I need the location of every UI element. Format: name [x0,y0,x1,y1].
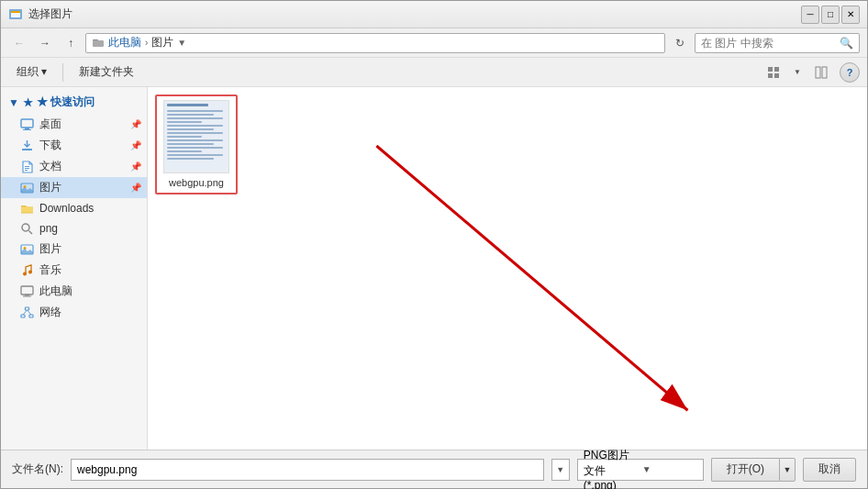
view-icon-button[interactable] [762,61,785,83]
main-area: ▼ ★ ★ 快速访问 桌面 📌 [1,87,867,450]
svg-rect-16 [25,168,29,169]
filename-dropdown-button[interactable]: ▼ [551,459,570,481]
filename-dropdown-arrow: ▼ [556,465,564,474]
sidebar-item-documents-label: 文档 [39,159,61,174]
breadcrumb-down[interactable]: ▼ [177,38,186,48]
breadcrumb-bar[interactable]: 此电脑 › 图片 ▼ [85,33,665,53]
network-icon [19,306,34,320]
sidebar-item-pictures[interactable]: 图片 📌 [1,177,147,198]
title-bar: 选择图片 ─ □ ✕ [1,1,867,28]
svg-rect-30 [21,315,25,317]
sidebar-item-music-label: 音乐 [39,262,61,278]
filename-input[interactable] [72,460,543,480]
svg-rect-9 [816,67,820,78]
svg-line-33 [27,310,31,315]
close-button[interactable]: ✕ [841,6,860,24]
window-icon [8,7,23,22]
view-dropdown-button[interactable]: ▼ [792,61,803,83]
bottom-bar: 文件名(N): ▼ PNG图片文件(*.png) ▼ 打开(O) ▼ 取消 [1,450,867,488]
filetype-dropdown-arrow: ▼ [642,464,697,474]
file-item-webgpu[interactable]: webgpu.png [155,94,238,194]
sidebar-item-network-label: 网络 [39,305,61,320]
pin-icon2: 📌 [130,140,141,150]
svg-line-21 [29,231,33,235]
thumb-line-12 [167,150,202,152]
view-grid-icon [767,66,780,79]
thumb-line-1 [167,110,223,112]
sidebar-item-pictures2-label: 图片 [39,241,61,257]
open-button[interactable]: 打开(O) [711,458,779,482]
thumb-line-6 [167,128,214,130]
quick-access-label: ★ 快速访问 [37,94,95,110]
open-button-wrap: 打开(O) ▼ [711,458,796,482]
sidebar-item-this-pc[interactable]: 此电脑 [1,281,147,302]
svg-rect-27 [25,295,29,296]
thumb-line-13 [167,154,223,156]
organize-button[interactable]: 组织 ▾ [8,61,55,83]
thumb-line-5 [167,125,223,127]
window-title: 选择图片 [28,6,72,22]
sidebar-item-network[interactable]: 网络 [1,302,147,323]
sidebar-item-this-pc-label: 此电脑 [39,283,72,299]
filetype-label: PNG图片文件(*.png) [584,448,639,490]
nav-bar: ← → ↑ 此电脑 › 图片 ▼ ↻ 🔍 [1,28,867,58]
sidebar-item-downloads-label: 下载 [39,138,61,153]
minimize-button[interactable]: ─ [801,6,819,24]
thumb-line-11 [167,147,223,149]
svg-rect-17 [25,170,28,171]
sidebar-item-downloads[interactable]: 下载 📌 [1,135,147,156]
svg-rect-31 [29,315,33,317]
help-button[interactable]: ? [840,62,860,83]
pictures-icon [19,181,34,195]
search-input[interactable] [701,37,840,50]
search-item-icon [19,221,34,236]
file-thumbnail [163,100,229,173]
back-button[interactable]: ← [8,32,30,54]
documents-icon [19,160,34,174]
new-folder-button[interactable]: 新建文件夹 [71,61,142,83]
svg-point-20 [22,224,29,231]
sidebar-item-pictures-label: 图片 [39,180,61,195]
tool-bar: 组织 ▾ 新建文件夹 ▼ ? [1,58,867,87]
pane-icon [815,66,828,79]
breadcrumb-pc[interactable]: 此电脑 [108,35,141,50]
sidebar-item-downloads-folder[interactable]: Downloads [1,198,147,218]
refresh-button[interactable]: ↻ [669,32,691,54]
filetype-select[interactable]: PNG图片文件(*.png) ▼ [577,459,704,481]
title-controls: ─ □ ✕ [801,6,860,24]
filename-input-wrap[interactable] [71,459,544,481]
svg-point-25 [28,270,32,273]
pin-icon4: 📌 [130,183,141,193]
forward-button[interactable]: → [34,32,56,54]
this-pc-icon [19,284,34,299]
thumbnail-content [164,101,228,172]
sidebar-item-pictures2[interactable]: 图片 [1,239,147,260]
thumb-line-14 [167,158,214,160]
svg-rect-8 [774,73,779,78]
pictures2-icon [19,242,34,257]
thumb-line-4 [167,121,202,123]
up-button[interactable]: ↑ [60,32,82,54]
svg-rect-13 [23,129,31,130]
quick-access-header[interactable]: ▼ ★ ★ 快速访问 [1,91,147,114]
svg-rect-4 [93,40,104,47]
svg-rect-28 [23,295,31,296]
pin-icon: 📌 [130,119,141,129]
svg-rect-10 [822,67,827,78]
content-area[interactable]: webgpu.png [148,87,867,450]
cancel-button[interactable]: 取消 [803,458,856,482]
sidebar-item-desktop[interactable]: 桌面 📌 [1,114,147,135]
quick-access-expand-icon: ▼ [8,96,19,109]
title-bar-left: 选择图片 [8,6,72,22]
sidebar-item-music[interactable]: 音乐 [1,260,147,281]
maximize-button[interactable]: □ [821,6,840,24]
sidebar-item-png[interactable]: png [1,218,147,239]
toolbar-separator [62,63,63,82]
pane-button[interactable] [810,61,832,83]
search-box[interactable]: 🔍 [695,33,860,53]
breadcrumb-current: 图片 [151,35,173,50]
svg-point-24 [23,272,27,275]
open-dropdown-button[interactable]: ▼ [779,458,796,482]
sidebar-item-documents[interactable]: 文档 📌 [1,156,147,177]
svg-rect-2 [11,11,20,13]
